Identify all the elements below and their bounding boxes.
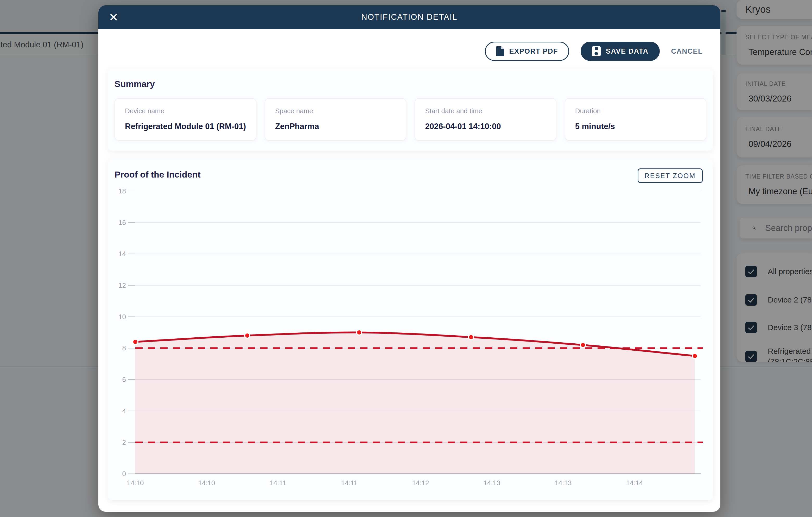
save-icon xyxy=(592,46,601,56)
cancel-button[interactable]: CANCEL xyxy=(671,47,703,55)
svg-text:14:10: 14:10 xyxy=(127,479,144,487)
incident-line-chart[interactable]: 02468101214161814:1014:1014:1114:1114:12… xyxy=(112,185,708,489)
modal-action-bar: EXPORT PDF SAVE DATA CANCEL xyxy=(485,42,703,61)
svg-text:10: 10 xyxy=(118,313,126,321)
export-pdf-button[interactable]: EXPORT PDF xyxy=(485,42,569,61)
svg-text:14:11: 14:11 xyxy=(341,479,357,487)
svg-text:16: 16 xyxy=(118,219,126,227)
svg-text:14:10: 14:10 xyxy=(198,479,215,487)
svg-text:2: 2 xyxy=(122,438,126,446)
svg-text:14:14: 14:14 xyxy=(626,479,643,487)
modal-title: NOTIFICATION DETAIL xyxy=(98,5,720,29)
svg-text:18: 18 xyxy=(118,187,126,195)
svg-text:14:13: 14:13 xyxy=(483,479,500,487)
summary-card-space-name: Space name ZenPharma xyxy=(265,98,406,141)
summary-card-start-date: Start date and time 2026-04-01 14:10:00 xyxy=(414,98,556,141)
summary-section: Summary Device name Refrigerated Module … xyxy=(108,68,713,151)
notification-detail-modal: ✕ NOTIFICATION DETAIL EXPORT PDF SAVE DA… xyxy=(98,5,720,512)
summary-cards: Device name Refrigerated Module 01 (RM-0… xyxy=(115,98,706,141)
svg-text:14:13: 14:13 xyxy=(555,479,572,487)
save-data-button[interactable]: SAVE DATA xyxy=(581,42,660,61)
svg-text:6: 6 xyxy=(122,376,126,383)
svg-text:14:11: 14:11 xyxy=(270,479,286,487)
svg-text:14: 14 xyxy=(118,250,126,258)
svg-text:0: 0 xyxy=(122,470,126,478)
summary-card-device-name: Device name Refrigerated Module 01 (RM-0… xyxy=(115,98,256,141)
svg-text:12: 12 xyxy=(118,281,126,289)
document-icon xyxy=(496,46,504,56)
summary-card-duration: Duration 5 minute/s xyxy=(565,98,706,141)
reset-zoom-button[interactable]: RESET ZOOM xyxy=(638,168,703,183)
svg-text:8: 8 xyxy=(122,344,126,352)
incident-chart-section: Proof of the Incident RESET ZOOM 0246810… xyxy=(108,159,713,500)
svg-text:14:12: 14:12 xyxy=(412,479,429,487)
modal-header: ✕ NOTIFICATION DETAIL xyxy=(98,5,720,29)
svg-text:4: 4 xyxy=(122,407,126,415)
summary-heading: Summary xyxy=(115,79,155,89)
close-icon[interactable]: ✕ xyxy=(109,5,118,29)
chart-heading: Proof of the Incident xyxy=(115,170,201,180)
